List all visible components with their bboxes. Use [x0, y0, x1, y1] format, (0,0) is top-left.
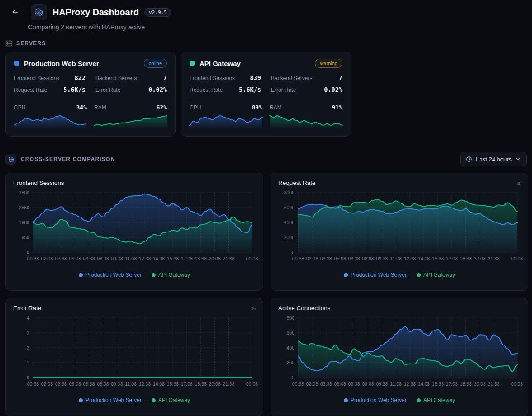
chart-title: Error Rate [13, 305, 41, 312]
svg-text:12:38: 12:38 [139, 381, 151, 387]
metric-label: Backend Servers [271, 75, 312, 81]
gauge-value: 62% [157, 104, 167, 111]
svg-text:09:38: 09:38 [111, 256, 123, 261]
request-rate-chart[interactable]: 8000600040002000000:3802:0803:3805:0806:… [278, 188, 521, 268]
cpu-sparkline [14, 112, 87, 128]
legend-item-api-gateway[interactable]: API Gateway [152, 397, 190, 403]
arrow-left-icon [11, 8, 19, 16]
svg-text:14:08: 14:08 [418, 256, 430, 261]
status-dot [190, 61, 195, 66]
svg-text:21:38: 21:38 [223, 381, 234, 387]
legend-label: Production Web Server [351, 397, 407, 403]
active-connections-chart[interactable]: 800600400200000:3802:0803:3805:0806:3808… [278, 313, 521, 393]
time-range-dropdown[interactable]: Last 24 hours [460, 152, 527, 166]
metric-label: Backend Servers [95, 75, 137, 81]
chart-title: Frontend Sessions [13, 180, 64, 186]
legend-item-api-gateway[interactable]: API Gateway [417, 397, 455, 403]
svg-text:20:08: 20:08 [474, 381, 485, 387]
svg-text:14:08: 14:08 [153, 256, 165, 261]
svg-text:12:38: 12:38 [404, 381, 416, 387]
legend-item-production-web-server[interactable]: Production Web Server [344, 397, 407, 403]
svg-text:05:08: 05:08 [69, 381, 81, 387]
svg-text:03:38: 03:38 [55, 256, 67, 261]
gauge-label: RAM [94, 104, 106, 111]
server-card-api-gateway[interactable]: API Gateway warning Frontend Sessions839… [181, 52, 351, 137]
chart-card-request-rate: Request Rate /s 8000600040002000000:3802… [271, 173, 528, 291]
svg-text:09:38: 09:38 [376, 256, 388, 261]
svg-text:400: 400 [286, 345, 294, 350]
legend-dot-green [152, 398, 156, 402]
gauge-label: CPU [14, 104, 25, 111]
svg-text:00:38: 00:38 [27, 256, 39, 261]
legend-item-production-web-server[interactable]: Production Web Server [79, 272, 142, 278]
metric-label: Error Rate [271, 87, 296, 93]
svg-text:20:08: 20:08 [474, 256, 485, 261]
chart-title: Active Connections [278, 305, 331, 312]
gauge-value: 34% [76, 104, 87, 111]
time-range-label: Last 24 hours [476, 156, 512, 163]
legend-dot-blue [79, 273, 83, 277]
svg-text:20:08: 20:08 [209, 256, 220, 261]
svg-text:05:08: 05:08 [334, 256, 346, 261]
chart-card-active-connections: Active Connections 800600400200000:3802:… [271, 298, 528, 416]
ram-gauge: RAM91% [270, 104, 342, 128]
metric-value: 5.6K/s [63, 86, 86, 93]
chart-legend: Production Web Server API Gateway [278, 272, 521, 278]
legend-item-api-gateway[interactable]: API Gateway [417, 272, 455, 278]
svg-text:14:08: 14:08 [418, 381, 430, 387]
svg-text:08:08: 08:08 [362, 256, 374, 261]
svg-text:08:08: 08:08 [362, 381, 374, 387]
app-header: HAProxy Dashboard v2.9.5 Comparing 2 ser… [0, 0, 532, 31]
error-rate-chart[interactable]: 4321000:3802:0803:3805:0806:3808:0809:38… [13, 313, 256, 393]
back-button[interactable] [10, 7, 20, 17]
svg-text:18:38: 18:38 [195, 381, 207, 387]
server-stack-icon [5, 40, 13, 47]
svg-text:00:38: 00:38 [27, 381, 39, 387]
svg-text:02:08: 02:08 [41, 256, 53, 261]
svg-text:11:08: 11:08 [390, 256, 402, 261]
frontend-sessions-chart[interactable]: 380028501900950000:3802:0803:3805:0806:3… [13, 188, 256, 268]
legend-item-production-web-server[interactable]: Production Web Server [79, 397, 142, 403]
svg-text:600: 600 [286, 330, 294, 336]
clock-icon [466, 156, 472, 162]
chart-legend: Production Web Server API Gateway [278, 397, 521, 403]
svg-text:03:38: 03:38 [55, 381, 67, 387]
comparison-section-header: CROSS-SERVER COMPARISON [5, 154, 115, 165]
legend-dot-green [152, 273, 156, 277]
chart-legend: Production Web Server API Gateway [13, 272, 256, 278]
chart-legend: Production Web Server API Gateway [13, 397, 256, 403]
status-dot [14, 61, 19, 66]
svg-text:3800: 3800 [19, 190, 30, 195]
chart-card-frontend-sessions: Frontend Sessions 380028501900950000:380… [5, 173, 263, 291]
svg-text:18:38: 18:38 [460, 256, 472, 261]
svg-text:15:38: 15:38 [167, 256, 179, 261]
server-card-production-web-server[interactable]: Production Web Server online Frontend Se… [5, 52, 176, 137]
metric-label: Request Rate [14, 87, 47, 93]
chart-title: Request Rate [278, 180, 316, 186]
svg-text:12:38: 12:38 [139, 256, 151, 261]
chart-card-error-rate: Error Rate % 4321000:3802:0803:3805:0806… [5, 298, 263, 416]
metric-value: 5.6K/s [239, 86, 261, 93]
legend-label: API Gateway [423, 272, 455, 278]
servers-section-header: SERVERS [5, 40, 527, 47]
svg-text:02:08: 02:08 [306, 256, 318, 261]
svg-text:0: 0 [292, 250, 294, 255]
page-title: HAProxy Dashboard [52, 7, 139, 18]
legend-dot-blue [344, 273, 348, 277]
legend-item-api-gateway[interactable]: API Gateway [152, 272, 190, 278]
gauge-value: 91% [332, 104, 342, 111]
svg-text:06:38: 06:38 [348, 256, 360, 261]
metric-label: Frontend Sessions [190, 75, 235, 81]
metric-value: 0.02% [324, 86, 342, 93]
cpu-gauge: CPU89% [190, 104, 262, 128]
legend-label: Production Web Server [86, 272, 142, 278]
divider [14, 99, 167, 99]
svg-text:1900: 1900 [19, 220, 30, 225]
svg-text:02:08: 02:08 [41, 381, 53, 387]
svg-text:00:38: 00:38 [292, 381, 304, 387]
svg-text:0: 0 [292, 375, 294, 380]
svg-text:11:08: 11:08 [125, 381, 137, 387]
svg-text:02:08: 02:08 [306, 381, 318, 387]
svg-text:0: 0 [27, 375, 29, 380]
legend-item-production-web-server[interactable]: Production Web Server [344, 272, 407, 278]
